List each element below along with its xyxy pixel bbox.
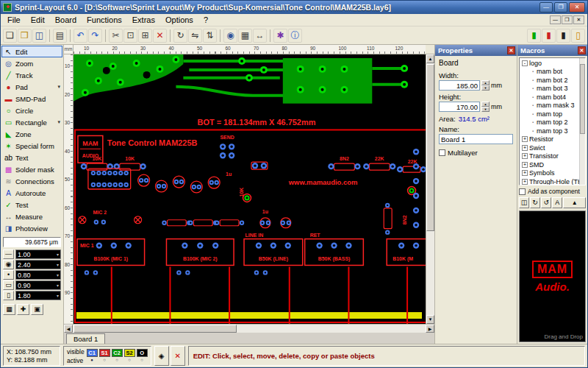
vertical-scroll-thumb[interactable] [426,64,434,231]
macro-item[interactable]: ▪ mam mask 3 [520,102,585,110]
macro-item[interactable]: + Transistor [520,152,585,161]
footprint-wizard-icon[interactable]: ✱ [273,29,287,43]
origin-button[interactable]: ▣ [31,304,43,315]
menu-functions[interactable]: Functions [82,14,127,26]
scroll-left-button[interactable]: ◀ [64,325,73,333]
chevron-down-icon[interactable]: ▾ [57,262,59,267]
menu-options[interactable]: Options [160,14,198,26]
layer-O[interactable]: O [137,349,148,357]
tree-expander-icon[interactable]: + [522,153,528,159]
smd-width-field[interactable]: 0.90▾ [15,280,61,290]
flip-board-icon[interactable]: ▯ [571,29,585,43]
tool-smd-pad[interactable]: ▬ SMD-Pad [1,93,62,105]
height-input[interactable] [439,102,480,112]
pad-diameter-field[interactable]: 2.40▾ [15,260,61,269]
layer-copper-top-icon[interactable]: ▮ [527,29,541,43]
scroll-right-button[interactable]: ▶ [426,325,434,333]
redo-icon[interactable]: ↷ [88,29,102,43]
copy-icon[interactable]: ⊡ [123,29,137,43]
macro-item[interactable]: + Symbols [520,169,585,178]
grid-icon[interactable]: ▦ [238,29,252,43]
tool-rectangle[interactable]: ▭ Rectangle ▾ [1,116,62,128]
tool-measure[interactable]: ↔ Measure [1,210,62,222]
tool-special-form[interactable]: ✶ Special form [1,140,62,152]
width-spinner[interactable]: ▲▼ [481,80,490,91]
reload-macro-button[interactable]: ↻ [530,197,540,208]
horizontal-scroll-thumb[interactable] [74,325,237,333]
macro-preview[interactable]: MAM Audio. Drag and Drop [519,210,586,342]
chevron-down-icon[interactable]: ▾ [57,272,59,277]
properties-close-icon[interactable]: ✕ [507,46,515,54]
macro-item[interactable]: - logo [520,59,585,68]
horizontal-scrollbar[interactable]: ◀ ▶ [64,324,434,333]
layer-C2[interactable]: C2 [112,349,123,357]
zoom-icon[interactable]: ◉ [223,29,237,43]
grid-settings-button[interactable]: ▦ [3,304,15,315]
tool-circle[interactable]: ○ Circle [1,105,62,116]
maximize-button[interactable]: ❐ [554,2,567,13]
place-on-top-button[interactable]: ▲ TOP [563,197,586,208]
macro-item[interactable]: ▪ mam bot 3 [520,85,585,93]
tool-track[interactable]: ╱ Track [1,69,62,81]
layer-active-C1[interactable]: ● [87,357,98,364]
mirror-horizontal-icon[interactable]: ⇋ [188,29,202,43]
close-button[interactable]: ✕ [569,2,585,13]
text-macro-button[interactable]: A [552,197,562,208]
scroll-down-button[interactable]: ▼ [426,315,434,324]
macros-close-icon[interactable]: ✕ [578,46,586,54]
macro-item[interactable]: + Swict [520,144,585,152]
tool-autoroute[interactable]: A Autoroute [1,187,62,199]
save-icon[interactable]: ◫ [32,29,46,43]
layer-copper-bottom-icon[interactable]: ▮ [542,29,556,43]
delete-icon[interactable]: ✕ [153,29,167,43]
mdi-restore-button[interactable]: ❐ [562,15,573,24]
track-width-field[interactable]: 1.00▾ [15,250,61,259]
minimize-button[interactable]: — [539,2,553,13]
mdi-close-button[interactable]: ✕ [573,15,584,24]
tree-expander-icon[interactable]: + [522,170,528,176]
tree-expander-icon[interactable]: + [522,145,528,151]
macro-item[interactable]: ▪ mam top 3 [520,127,585,135]
track-width-field-icon[interactable]: ― [3,250,14,259]
tree-expander-icon[interactable]: - [522,60,528,66]
add-as-component-checkbox[interactable] [519,188,526,195]
tree-expander-icon[interactable]: + [522,179,528,185]
chevron-down-icon[interactable]: ▾ [57,283,59,288]
paste-icon[interactable]: ⊞ [138,29,152,43]
tool-edit[interactable]: ↖ Edit [1,46,62,57]
tab-board-1[interactable]: Board 1 [66,333,105,344]
macro-item[interactable]: + Resistor [520,135,585,144]
menu-edit[interactable]: Edit [26,14,50,26]
tree-expander-icon[interactable]: + [522,136,528,142]
macro-item[interactable]: ▪ mam top 2 [520,118,585,127]
open-file-icon[interactable]: ❒ [18,29,32,43]
macro-tree-scrollbar[interactable] [579,58,585,185]
save-macro-button[interactable]: ◫ [519,197,529,208]
tool-test[interactable]: ✓ Test [1,199,62,210]
component-mode-button[interactable]: ◈ [154,346,169,366]
macro-item[interactable]: ▪ mam bot [520,68,585,77]
rotate-macro-button[interactable]: ↺ [541,197,551,208]
pcb-canvas[interactable]: BOT = 181.134mm X 46.752mm MAM AUDIO Ton… [74,54,426,324]
print-icon[interactable]: ▤ [53,29,67,43]
pad-diameter-field-icon[interactable]: ◉ [3,260,14,269]
scroll-up-button[interactable]: ▲ [426,54,434,63]
cut-icon[interactable]: ✂ [109,29,123,43]
measure-icon[interactable]: ↔ [253,29,267,43]
macro-item[interactable]: + SMD [520,160,585,169]
menu-extras[interactable]: Extras [127,14,160,26]
height-spinner[interactable]: ▲▼ [481,102,490,112]
drill-field[interactable]: 0.80▾ [15,270,61,280]
macro-item[interactable]: ▪ mam bot4 [520,93,585,102]
tree-expander-icon[interactable]: + [522,162,528,168]
mdi-minimize-button[interactable]: — [550,15,561,24]
undo-icon[interactable]: ↶ [74,29,87,43]
tool-zone[interactable]: ◣ Zone [1,128,62,140]
tool-connections[interactable]: ≋ Connections [1,175,62,187]
layer-active-S2[interactable]: ○ [124,357,135,364]
chevron-down-icon[interactable]: ▾ [57,119,60,125]
tool-text[interactable]: ab Text [1,152,62,163]
layer-active-S1[interactable]: ○ [99,357,110,364]
width-input[interactable] [439,80,480,91]
multilayer-checkbox[interactable] [439,149,445,156]
